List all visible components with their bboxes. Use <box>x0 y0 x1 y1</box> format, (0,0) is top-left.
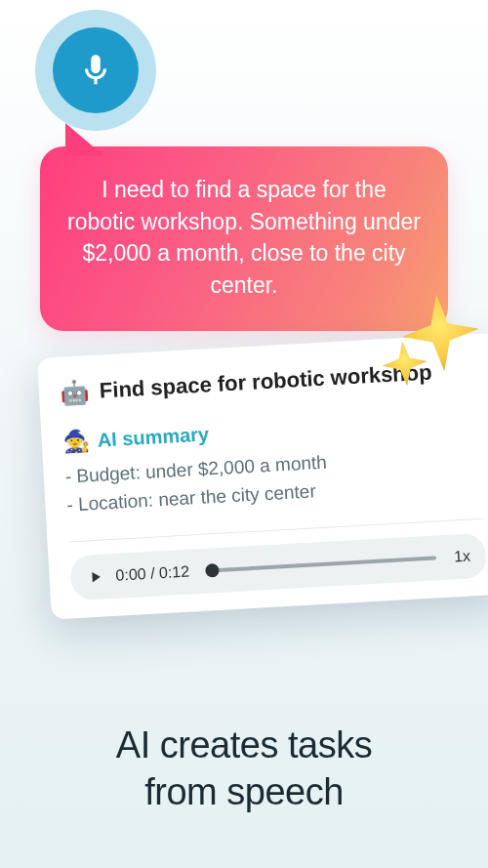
ai-summary-block: 🧙 AI summary Budget: under $2,000 a mont… <box>62 406 483 520</box>
voice-record-button[interactable] <box>35 10 156 131</box>
seek-slider[interactable] <box>207 556 436 572</box>
sparkle-icon <box>370 284 488 402</box>
play-button[interactable] <box>86 567 104 586</box>
player-time: 0:00 / 0:12 <box>115 563 190 585</box>
mic-icon <box>53 27 139 113</box>
current-time: 0:00 <box>115 565 146 584</box>
ai-summary-lines: Budget: under $2,000 a month Location: n… <box>64 439 483 520</box>
ai-summary-label: AI summary <box>97 423 210 451</box>
robot-icon: 🤖 <box>60 380 90 405</box>
wizard-icon: 🧙 <box>62 428 90 454</box>
audio-player: 0:00 / 0:12 1x <box>69 533 487 601</box>
tagline-line-2: from speech <box>0 769 488 816</box>
tagline: AI creates tasks from speech <box>0 723 488 815</box>
speed-button[interactable]: 1x <box>454 547 471 565</box>
tagline-line-1: AI creates tasks <box>0 723 488 769</box>
speech-text: I need to find a space for the robotic w… <box>67 177 421 298</box>
total-time: 0:12 <box>158 563 189 582</box>
